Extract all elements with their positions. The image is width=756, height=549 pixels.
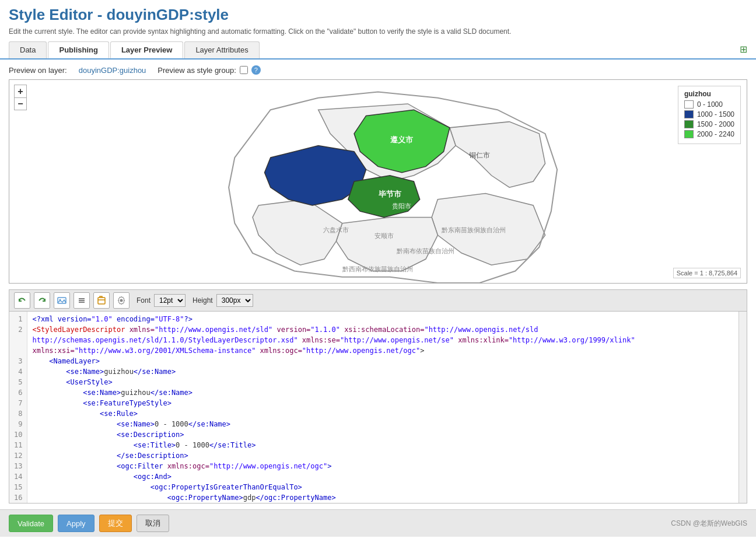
label-qianxinan: 黔西南布依族苗族自治州 — [342, 265, 414, 272]
scale-bar: Scale = 1 : 8,725,864 — [673, 268, 741, 278]
page-description: Edit the current style. The editor can p… — [9, 27, 747, 36]
legend-item-1: 1000 - 1500 — [684, 110, 734, 118]
label-liupanshui: 六盘水市 — [323, 226, 349, 233]
code-content[interactable]: <?xml version="1.0" encoding="UTF-8"?> <… — [27, 312, 738, 503]
validate-button[interactable]: Validate — [9, 515, 53, 532]
page-title: Style Editor - douyinGDP:style — [9, 6, 747, 24]
cancel-button[interactable]: 取消 — [136, 515, 169, 532]
settings-button[interactable] — [113, 292, 130, 309]
tab-layer-attributes[interactable]: Layer Attributes — [184, 41, 259, 58]
apply-button[interactable]: Apply — [58, 515, 94, 532]
legend-title: guizhou — [684, 90, 734, 98]
help-icon[interactable]: ? — [251, 65, 261, 75]
style-group-checkbox[interactable] — [240, 66, 248, 74]
code-editor[interactable]: 1 2 3 4 5 6 7 8 9 10 11 12 13 14 15 16 1… — [9, 311, 747, 503]
submit-button[interactable]: 提交 — [99, 515, 132, 532]
legend-swatch-2 — [684, 120, 694, 128]
legend-swatch-0 — [684, 100, 694, 109]
bottom-buttons: Validate Apply 提交 取消 — [9, 515, 169, 532]
tabs-row: Data Publishing Layer Preview Layer Attr… — [9, 41, 747, 58]
legend-swatch-3 — [684, 130, 694, 138]
height-label: Height — [192, 296, 213, 305]
label-tongren: 铜仁市 — [468, 151, 490, 159]
legend-label-1: 1000 - 1500 — [697, 110, 734, 118]
label-zunyi: 遵义市 — [390, 135, 414, 144]
style-group-label: Preview as style group: — [158, 66, 236, 75]
legend-item-2: 1500 - 2000 — [684, 120, 734, 128]
image-button[interactable] — [54, 292, 70, 309]
watermark: CSDN @老斯的WebGIS — [671, 519, 747, 529]
bottom-bar: Validate Apply 提交 取消 CSDN @老斯的WebGIS — [0, 509, 756, 537]
map-svg: 遵义市 铜仁市 毕节市 贵阳市 六盘水市 安顺市 黔东南苗族侗族自治州 黔南布依… — [9, 80, 747, 283]
legend-swatch-1 — [684, 110, 694, 118]
map-container: + − — [9, 79, 747, 284]
legend-box: guizhou 0 - 1000 1000 - 1500 1500 - 2000… — [678, 86, 741, 144]
svg-point-6 — [120, 299, 123, 302]
svg-rect-5 — [98, 298, 105, 304]
file-button[interactable] — [93, 292, 110, 309]
content-area: Preview on layer: douyinGDP:guizhou Prev… — [0, 60, 756, 509]
tab-data[interactable]: Data — [9, 41, 47, 58]
editor-toolbar: Font 12pt 10pt 11pt 14pt Height 300px 20… — [9, 289, 747, 311]
label-guiyang: 贵阳市 — [392, 202, 411, 209]
scrollbar-area[interactable] — [738, 312, 747, 503]
preview-layer-link[interactable]: douyinGDP:guizhou — [79, 66, 146, 75]
label-qiandongnan: 黔东南苗族侗族自治州 — [441, 226, 506, 233]
label-qiannan: 黔南布依苗族自治州 — [396, 247, 454, 254]
top-bar: Style Editor - douyinGDP:style Edit the … — [0, 0, 756, 60]
line-numbers: 1 2 3 4 5 6 7 8 9 10 11 12 13 14 15 16 1… — [9, 312, 27, 503]
tab-publishing[interactable]: Publishing — [48, 41, 108, 58]
legend-item-3: 2000 - 2240 — [684, 130, 734, 138]
style-group-row: Preview as style group: ? — [158, 65, 260, 75]
legend-label-3: 2000 - 2240 — [697, 130, 734, 138]
undo-button[interactable] — [14, 292, 30, 309]
legend-label-2: 1500 - 2000 — [697, 120, 734, 128]
redo-button[interactable] — [34, 292, 50, 309]
legend-item-0: 0 - 1000 — [684, 100, 734, 109]
label-anshun: 安顺市 — [374, 232, 394, 239]
font-select[interactable]: 12pt 10pt 11pt 14pt — [154, 294, 186, 307]
tab-layer-preview[interactable]: Layer Preview — [110, 41, 183, 58]
zoom-in-button[interactable]: + — [14, 85, 27, 97]
label-bijie: 毕节市 — [379, 190, 402, 198]
zoom-out-button[interactable]: − — [14, 97, 27, 110]
preview-layer-label: Preview on layer: — [9, 66, 67, 75]
preview-controls: Preview on layer: douyinGDP:guizhou Prev… — [9, 65, 747, 75]
expand-icon[interactable]: ⊞ — [740, 44, 747, 58]
height-select[interactable]: 300px 200px 250px 400px — [216, 294, 253, 307]
font-label: Font — [136, 296, 150, 305]
list-button[interactable] — [74, 292, 90, 309]
legend-label-0: 0 - 1000 — [697, 100, 723, 109]
tabs: Data Publishing Layer Preview Layer Attr… — [9, 41, 261, 58]
map-zoom: + − — [14, 85, 27, 110]
